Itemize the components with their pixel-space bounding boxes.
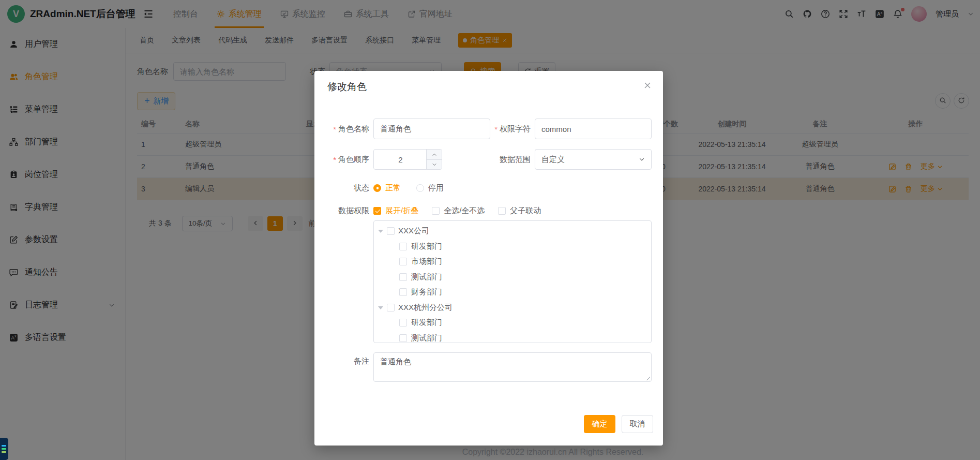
tree-node-label: XXX公司 [398, 226, 429, 236]
data-scope-value: 自定义 [541, 155, 565, 165]
status-radio-0[interactable]: 正常 [373, 183, 401, 193]
checkbox-label: 全选/全不选 [444, 206, 485, 216]
dialog-title: 修改角色 [327, 80, 367, 94]
perm-char-field-label: * 权限字符 [468, 118, 531, 139]
floating-widget[interactable] [0, 438, 8, 460]
department-tree: XXX公司研发部门市场部门测试部门财务部门XXX杭州分公司研发部门测试部门 [373, 220, 652, 343]
status-radio-group: 正常停用 [373, 183, 444, 193]
tree-node-label: 研发部门 [411, 318, 442, 328]
chevron-down-icon [432, 160, 437, 169]
remark-textarea[interactable]: 普通角色 [373, 352, 652, 382]
data-perm-checkbox-2[interactable]: 父子联动 [498, 206, 541, 216]
radio-icon [416, 184, 424, 192]
perm-char-input-wrap [535, 118, 652, 139]
radio-icon [373, 184, 381, 192]
tree-node-0-3[interactable]: 财务部门 [374, 285, 651, 300]
checkbox-icon[interactable] [399, 334, 407, 342]
checkbox-icon[interactable] [399, 288, 407, 296]
tree-node-label: 测试部门 [411, 272, 442, 282]
tree-node-0-2[interactable]: 测试部门 [374, 270, 651, 285]
tree-node-label: 财务部门 [411, 287, 442, 297]
cancel-button[interactable]: 取消 [622, 415, 653, 433]
tree-node-label: 市场部门 [411, 257, 442, 266]
checkbox-label: 父子联动 [510, 206, 541, 216]
data-perm-checkbox-0[interactable]: 展开/折叠 [373, 206, 418, 216]
chevron-down-icon [639, 155, 645, 164]
radio-label: 正常 [385, 183, 401, 193]
checkbox-icon [373, 207, 381, 215]
radio-label: 停用 [428, 183, 444, 193]
checkbox-icon[interactable] [387, 227, 395, 235]
data-perm-options: 展开/折叠全选/全不选父子联动 [373, 205, 541, 216]
required-mark: * [333, 155, 336, 164]
app: V ZRAdmin.NET后台管理 控制台系统管理系统监控系统工具官网地址 Ax… [0, 0, 980, 460]
tree-node-1-0[interactable]: 研发部门 [374, 315, 651, 331]
status-radio-1[interactable]: 停用 [416, 183, 444, 193]
required-mark: * [494, 125, 497, 133]
data-scope-select[interactable]: 自定义 [535, 149, 652, 170]
stepper-down-button[interactable] [427, 160, 442, 170]
checkbox-icon[interactable] [399, 319, 407, 327]
data-scope-field-label: 数据范围 [468, 149, 531, 170]
status-field-label: 状态 [314, 177, 369, 198]
remark-field-label: 备注 [314, 355, 369, 367]
data-perm-checkbox-1[interactable]: 全选/全不选 [432, 206, 485, 216]
checkbox-icon[interactable] [399, 273, 407, 281]
perm-char-input[interactable] [541, 125, 645, 133]
close-icon[interactable] [643, 81, 652, 90]
tree-node-1[interactable]: XXX杭州分公司 [374, 300, 651, 316]
edit-role-dialog: 修改角色 * 角色名称 * 权限字符 * 角色顺序 数据范围 [314, 71, 663, 446]
remark-textarea-wrap: 普通角色 [373, 352, 652, 382]
stepper-up-button[interactable] [427, 150, 442, 160]
checkbox-icon[interactable] [399, 243, 407, 250]
tree-node-0-1[interactable]: 市场部门 [374, 254, 651, 270]
chevron-up-icon [432, 150, 437, 159]
role-name-field-label: * 角色名称 [314, 118, 369, 139]
data-perm-field-label: 数据权限 [314, 200, 369, 221]
checkbox-icon[interactable] [387, 304, 395, 311]
checkbox-icon [432, 207, 440, 215]
checkbox-label: 展开/折叠 [385, 206, 418, 216]
role-order-stepper [373, 149, 442, 170]
role-order-input[interactable] [380, 155, 421, 164]
role-order-field-label: * 角色顺序 [314, 149, 369, 170]
tree-node-0[interactable]: XXX公司 [374, 224, 651, 239]
checkbox-icon[interactable] [399, 258, 407, 265]
tree-node-1-1[interactable]: 测试部门 [374, 331, 651, 344]
tree-caret-icon[interactable] [378, 306, 383, 312]
checkbox-icon [498, 207, 506, 215]
tree-node-label: XXX杭州分公司 [398, 303, 453, 313]
tree-node-label: 测试部门 [411, 333, 442, 343]
confirm-button[interactable]: 确定 [584, 415, 615, 433]
required-mark: * [333, 125, 336, 133]
stepper-controls [426, 150, 442, 169]
tree-caret-icon[interactable] [378, 230, 383, 235]
tree-node-label: 研发部门 [411, 242, 442, 251]
tree-node-0-0[interactable]: 研发部门 [374, 239, 651, 255]
